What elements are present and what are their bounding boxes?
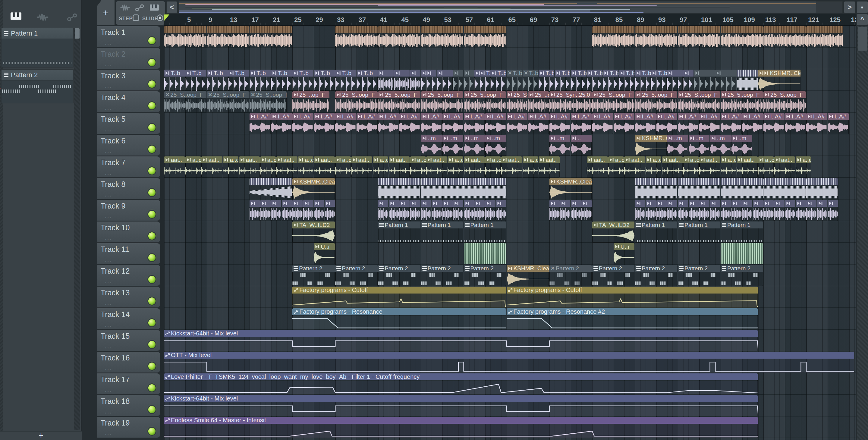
clip-header[interactable]: T..b <box>314 70 335 76</box>
clip-header[interactable]: aat.. <box>662 156 683 163</box>
audio-clip[interactable]: ..m <box>550 135 570 156</box>
audio-clip[interactable]: aat.. <box>737 156 758 178</box>
clip-header[interactable] <box>485 200 495 207</box>
clip-header[interactable]: l..A# <box>592 113 613 120</box>
clip-header[interactable]: 25_S..oop_F <box>764 91 806 98</box>
clip-header[interactable] <box>421 200 431 207</box>
automation-clip[interactable]: Love Philter - T_TSMK5_124_vocal_loop_wa… <box>164 373 758 395</box>
audio-clip[interactable]: a..c <box>335 156 351 178</box>
clip-header[interactable] <box>164 26 207 33</box>
audio-clip[interactable] <box>271 200 281 221</box>
clip-header[interactable] <box>378 200 388 207</box>
track-header[interactable]: Track 4 ... <box>97 91 160 113</box>
clip-header[interactable]: KSHMR..Clear <box>507 265 549 272</box>
audio-clip[interactable]: a..c <box>260 156 276 178</box>
audio-clip[interactable]: T..b <box>619 70 635 91</box>
audio-clip[interactable] <box>250 200 260 221</box>
clip-header[interactable]: l..A# <box>785 113 806 120</box>
audio-clip[interactable]: .. <box>571 135 592 156</box>
pattern-clip[interactable]: Pattern 2 <box>378 265 421 286</box>
clip-header[interactable]: l..A# <box>314 113 335 120</box>
clip-header[interactable] <box>207 26 249 33</box>
automation-curve-area[interactable] <box>292 294 506 308</box>
clip-header[interactable]: 25_5..oop_F <box>721 91 763 98</box>
audio-clip[interactable] <box>292 200 303 221</box>
audio-clip[interactable]: a..c <box>608 156 624 178</box>
scroll-left-button[interactable]: < <box>166 1 177 13</box>
audio-clip[interactable]: l..A# <box>592 113 613 134</box>
clip-header[interactable]: a..c <box>185 156 201 163</box>
audio-clip[interactable] <box>689 200 699 221</box>
audio-clip[interactable] <box>592 26 635 47</box>
clip-header[interactable] <box>324 200 335 207</box>
mute-led[interactable] <box>148 319 156 326</box>
pattern-clip[interactable]: Pattern 2 <box>592 265 635 286</box>
audio-clip[interactable] <box>453 70 463 91</box>
clip-header[interactable] <box>464 200 474 207</box>
clip-header[interactable]: 25_5..oop_F <box>464 91 506 98</box>
audio-clip[interactable]: l..A# <box>785 113 806 134</box>
audio-clip[interactable]: l..A# <box>656 113 678 134</box>
track-menu-dots[interactable]: ... <box>105 300 112 307</box>
mute-led[interactable] <box>148 189 156 196</box>
clip-header[interactable]: l..A# <box>571 113 592 120</box>
audio-clip[interactable]: aat.. <box>699 156 720 178</box>
audio-clip[interactable] <box>721 178 763 199</box>
clip-header[interactable] <box>667 70 683 76</box>
audio-clip[interactable] <box>399 200 410 221</box>
track-menu-dots[interactable]: ... <box>105 257 112 263</box>
track-header[interactable]: Track 6 ... <box>97 135 160 156</box>
track-header[interactable]: Track 11 ... <box>97 243 160 264</box>
clip-header[interactable]: l..A# <box>485 113 506 120</box>
clip-header[interactable]: aat.. <box>239 156 260 163</box>
audio-clip[interactable] <box>550 200 560 221</box>
audio-clip[interactable]: T..b <box>185 70 207 91</box>
clip-header[interactable]: a..c <box>523 156 538 163</box>
clip-header[interactable]: a..c <box>335 156 351 163</box>
audio-clip[interactable] <box>437 70 453 91</box>
clip-header[interactable] <box>442 200 453 207</box>
clip-header[interactable]: l..A# <box>335 113 356 120</box>
automation-curve-area[interactable] <box>164 337 758 351</box>
audio-clip[interactable]: l..A# <box>421 113 442 134</box>
track-menu-dots[interactable]: ... <box>105 365 112 372</box>
clip-header[interactable] <box>678 26 720 33</box>
audio-clip[interactable]: l..A# <box>571 113 592 134</box>
clip-header[interactable]: a..c <box>410 156 426 163</box>
audio-clip[interactable] <box>421 178 506 199</box>
track-header[interactable]: Track 3 ... <box>97 70 160 91</box>
track-menu-dots[interactable]: ... <box>105 148 112 155</box>
audio-clip[interactable]: T..b <box>490 70 506 91</box>
clip-header[interactable]: ..m <box>550 135 570 142</box>
audio-clip[interactable]: T..b <box>555 70 570 91</box>
clip-header[interactable]: aat.. <box>587 156 608 163</box>
clip-header[interactable]: l..A# <box>656 113 678 120</box>
audio-clip[interactable]: l..A# <box>442 113 464 134</box>
clip-header[interactable] <box>550 200 560 207</box>
clip-header[interactable] <box>410 200 421 207</box>
audio-clip[interactable]: KSHMR..Clear <box>635 135 667 156</box>
audio-clip[interactable]: T..b <box>250 70 271 91</box>
audio-clip[interactable] <box>410 200 421 221</box>
clip-header[interactable] <box>721 200 731 207</box>
mute-led[interactable] <box>148 211 156 218</box>
audio-clip[interactable]: TA_W..ILD2 <box>592 221 635 243</box>
clip-header[interactable]: ✕25_S..oop_F <box>164 91 207 98</box>
audio-clip[interactable] <box>421 200 431 221</box>
audio-clip[interactable]: TA_W..ILD2 <box>292 221 335 243</box>
clip-header[interactable] <box>399 200 410 207</box>
clip-header[interactable]: T..b <box>635 70 651 76</box>
vertical-scrollbar[interactable] <box>857 26 868 440</box>
clip-header[interactable]: 25_Syn..25.0 <box>507 91 528 98</box>
audio-clip[interactable]: a..c <box>185 156 201 178</box>
clip-header[interactable] <box>710 200 720 207</box>
audio-clip[interactable] <box>464 26 506 47</box>
clip-header[interactable]: l..A# <box>550 113 570 120</box>
audio-clip[interactable]: ..m <box>421 135 442 156</box>
audio-clip[interactable]: a..c <box>447 156 463 178</box>
audio-clip[interactable]: aat.. <box>426 156 447 178</box>
clip-header[interactable]: aat.. <box>201 156 222 163</box>
mute-led[interactable] <box>148 384 156 391</box>
track-menu-dots[interactable]: ... <box>105 279 112 285</box>
clip-header[interactable]: aat.. <box>774 156 795 163</box>
